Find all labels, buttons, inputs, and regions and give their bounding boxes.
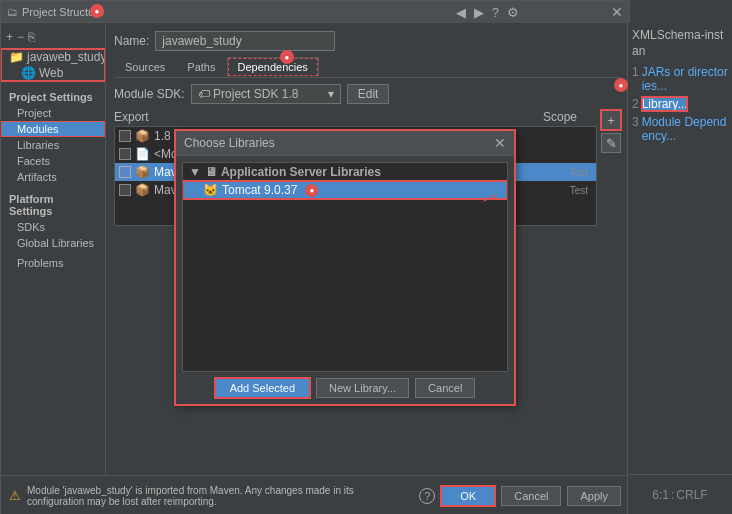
- tabs-row: Sources Paths Dependencies: [114, 57, 621, 78]
- dep-checkbox-jdk[interactable]: [119, 130, 131, 142]
- add-dependency-button[interactable]: +: [601, 110, 621, 130]
- dep-scope-hamcrest: Test: [570, 185, 588, 196]
- xml-item2-num: 2: [632, 97, 639, 111]
- sidebar-item-artifacts[interactable]: Artifacts: [1, 169, 105, 185]
- project-structure-icon: 🗂: [7, 6, 18, 18]
- new-library-button[interactable]: New Library...: [316, 378, 409, 398]
- chevron-down-icon: ▾: [328, 87, 334, 101]
- sidebar-top-buttons: + − ⎘: [1, 27, 105, 47]
- xml-jars-item[interactable]: 1 JARs or directories...: [630, 63, 730, 95]
- sidebar-item-global-libraries[interactable]: Global Libraries: [1, 235, 105, 251]
- module-tree-web[interactable]: 🌐 Web: [1, 65, 105, 81]
- dep-icon-junit: 📦: [135, 165, 150, 179]
- dialog-library-tree: ▼ 🖥 Application Server Libraries 🐱 Tomca…: [182, 162, 508, 372]
- cancel-button[interactable]: Cancel: [501, 486, 561, 506]
- dialog-tree-tomcat[interactable]: 🐱 Tomcat 9.0.37 ●: [183, 181, 507, 199]
- sidebar-item-project[interactable]: Project: [1, 105, 105, 121]
- status-sep: :: [671, 488, 674, 502]
- export-header: Export: [114, 110, 314, 124]
- dep-icon-source: 📄: [135, 147, 150, 161]
- dialog-buttons: Add Selected New Library... Cancel: [182, 378, 508, 398]
- dialog-tree-tomcat-label: Tomcat 9.0.37: [222, 183, 297, 197]
- xml-schema-title: XMLSchema-instan: [630, 26, 730, 63]
- sidebar-item-libraries[interactable]: Libraries: [1, 137, 105, 153]
- name-row: Name:: [114, 31, 621, 51]
- add-module-button[interactable]: +: [5, 30, 14, 44]
- xml-library-item[interactable]: 2 Library...: [630, 95, 730, 113]
- expand-icon: ▼: [189, 165, 201, 179]
- title-bar: 🗂 Project Structure ✕: [1, 1, 629, 23]
- dep-checkbox-source[interactable]: [119, 148, 131, 160]
- dialog-close-button[interactable]: ✕: [494, 135, 506, 151]
- xml-item3-label[interactable]: Module Dependency...: [642, 115, 728, 143]
- forward-button[interactable]: ▶: [472, 5, 486, 20]
- web-icon: 🌐: [21, 66, 36, 80]
- dialog-content: ▼ 🖥 Application Server Libraries 🐱 Tomca…: [176, 156, 514, 404]
- top-toolbar: ◀ ▶ ? ⚙: [450, 1, 525, 23]
- tab-dependencies[interactable]: Dependencies: [227, 57, 319, 77]
- sdk-value: 🏷 Project SDK 1.8: [198, 87, 299, 101]
- tab-sources[interactable]: Sources: [114, 57, 176, 77]
- project-settings-section: Project Settings: [1, 87, 105, 105]
- deps-header: Export Scope: [114, 110, 597, 124]
- dep-checkbox-junit[interactable]: [119, 166, 131, 178]
- sidebar: + − ⎘ 📁 javaweb_study 🌐 Web Project Sett…: [1, 23, 106, 475]
- sdk-label: Module SDK:: [114, 87, 185, 101]
- xml-item1-num: 1: [632, 65, 639, 79]
- dep-scope-junit: Test: [570, 167, 588, 178]
- sdk-select[interactable]: 🏷 Project SDK 1.8 ▾: [191, 84, 341, 104]
- module-tree: 📁 javaweb_study 🌐 Web: [1, 49, 105, 81]
- tab-paths[interactable]: Paths: [176, 57, 226, 77]
- status-bar: 6:1 : CRLF: [627, 474, 732, 514]
- warning-text: Module 'javaweb_study' is imported from …: [27, 485, 413, 507]
- tomcat-circle-marker: ●: [305, 184, 318, 197]
- dep-icon-jdk: 📦: [135, 129, 150, 143]
- sidebar-item-sdks[interactable]: SDKs: [1, 219, 105, 235]
- back-button[interactable]: ◀: [454, 5, 468, 20]
- remove-module-button[interactable]: −: [16, 30, 25, 44]
- settings-button[interactable]: ⚙: [505, 5, 521, 20]
- dialog-cancel-button[interactable]: Cancel: [415, 378, 475, 398]
- status-encoding: CRLF: [676, 488, 707, 502]
- bottom-bar: ⚠ Module 'javaweb_study' is imported fro…: [1, 475, 629, 514]
- xml-item3-num: 3: [632, 115, 639, 129]
- help-toolbar-button[interactable]: ?: [490, 5, 501, 20]
- warning-icon: ⚠: [9, 488, 21, 503]
- sidebar-item-facets[interactable]: Facets: [1, 153, 105, 169]
- app-server-icon: 🖥: [205, 165, 217, 179]
- xml-schema-panel: XMLSchema-instan 1 JARs or directories..…: [627, 22, 732, 474]
- deps-toolbar: + ✎: [601, 110, 621, 153]
- module-root-label: javaweb_study: [27, 50, 106, 64]
- ok-button[interactable]: OK: [441, 486, 495, 506]
- xml-module-dep-item[interactable]: 3 Module Dependency...: [630, 113, 730, 145]
- module-tree-root[interactable]: 📁 javaweb_study: [1, 49, 105, 65]
- scope-header: Scope: [543, 110, 577, 124]
- edit-dependency-button[interactable]: ✎: [601, 133, 621, 153]
- dialog-tree-parent[interactable]: ▼ 🖥 Application Server Libraries: [183, 163, 507, 181]
- sidebar-item-modules[interactable]: Modules: [1, 121, 105, 137]
- dialog-title-bar: Choose Libraries ✕: [176, 131, 514, 156]
- choose-libraries-dialog: Choose Libraries ✕ ▼ 🖥 Application Serve…: [175, 130, 515, 405]
- add-selected-button[interactable]: Add Selected: [215, 378, 310, 398]
- xml-item1-label[interactable]: JARs or directories...: [642, 65, 728, 93]
- dep-checkbox-hamcrest[interactable]: [119, 184, 131, 196]
- module-web-label: Web: [39, 66, 63, 80]
- copy-module-button[interactable]: ⎘: [27, 30, 36, 44]
- apply-button[interactable]: Apply: [567, 486, 621, 506]
- sidebar-item-problems[interactable]: Problems: [1, 255, 105, 271]
- sdk-edit-button[interactable]: Edit: [347, 84, 390, 104]
- dialog-tree-parent-label: Application Server Libraries: [221, 165, 381, 179]
- sdk-row: Module SDK: 🏷 Project SDK 1.8 ▾ Edit: [114, 84, 621, 104]
- dialog-title-text: Choose Libraries: [184, 136, 275, 150]
- server-icon: 🐱: [203, 183, 218, 197]
- dep-icon-hamcrest: 📦: [135, 183, 150, 197]
- name-label: Name:: [114, 34, 149, 48]
- name-input[interactable]: [155, 31, 335, 51]
- help-button[interactable]: ?: [419, 488, 435, 504]
- close-button[interactable]: ✕: [611, 5, 623, 19]
- status-coords: 6:1: [652, 488, 669, 502]
- folder-icon: 📁: [9, 50, 24, 64]
- platform-settings-section: Platform Settings: [1, 189, 105, 219]
- xml-item2-label[interactable]: Library...: [642, 97, 688, 111]
